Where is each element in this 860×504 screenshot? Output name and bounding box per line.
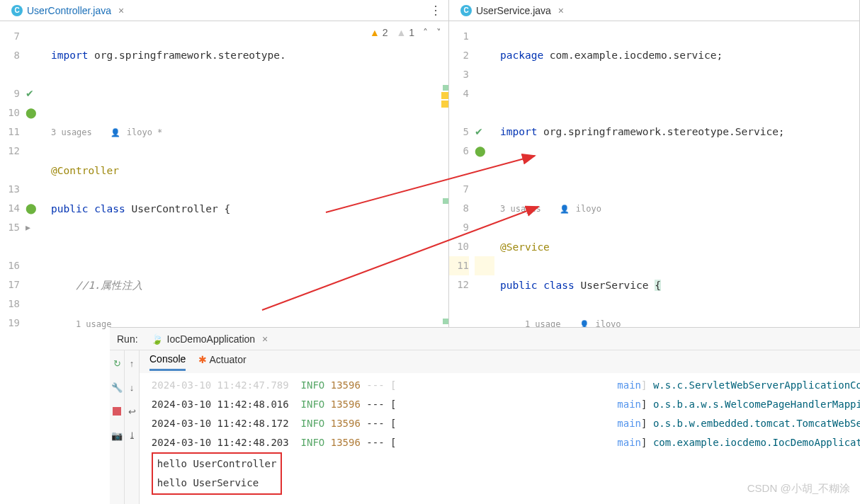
- console-tab[interactable]: Console: [149, 353, 186, 371]
- java-class-icon: C: [11, 5, 23, 16]
- spring-bean-icon[interactable]: ⬤: [475, 145, 486, 156]
- close-icon[interactable]: ×: [262, 333, 268, 345]
- scroll-end-icon[interactable]: ⤓: [125, 428, 139, 442]
- up-icon[interactable]: ↑: [125, 356, 139, 370]
- warning-icon[interactable]: ▲: [370, 27, 380, 38]
- run-panel: Run: 🍃 IocDemoApplication × ↻ 🔧 📷 ↑ ↓ ↩ …: [110, 327, 860, 504]
- inspection-bar: ▲ 2 ▲ 1 ˄ ˅: [370, 27, 441, 38]
- tab-userservice[interactable]: C UserService.java ×: [455, 2, 570, 19]
- actuator-icon: ✱: [198, 354, 207, 365]
- spring-boot-icon: 🍃: [151, 333, 163, 345]
- watermark: CSDN @小胡_不糊涂: [747, 482, 850, 496]
- down-icon[interactable]: ↓: [125, 380, 139, 394]
- line-gutter: 1234 56 789101112: [449, 21, 475, 329]
- spring-bean-icon[interactable]: ⬤: [26, 107, 37, 118]
- actuator-tab[interactable]: ✱ Actuator: [198, 354, 246, 370]
- run-gutter-icon[interactable]: ✔: [475, 126, 483, 137]
- tab-usercontroller[interactable]: C UserController.java ×: [6, 2, 130, 19]
- weak-warning-icon[interactable]: ▲: [396, 27, 406, 38]
- error-stripe[interactable]: [440, 21, 448, 329]
- run-label: Run:: [117, 333, 138, 345]
- left-tab-bar: C UserController.java × ⋯: [0, 0, 448, 21]
- run-config-tab[interactable]: 🍃 IocDemoApplication ×: [145, 331, 274, 348]
- run-toolbar-left: ↻ 🔧 📷: [110, 350, 125, 504]
- run-toolbar-nav: ↑ ↓ ↩ ⤓: [125, 350, 140, 504]
- tab-label: UserService.java: [476, 5, 551, 16]
- close-icon[interactable]: ×: [118, 5, 124, 16]
- soft-wrap-icon[interactable]: ↩: [125, 404, 139, 418]
- run-gutter-icon[interactable]: ✔: [26, 88, 34, 99]
- console-tabs: Console ✱ Actuator: [140, 350, 860, 373]
- right-tab-bar: C UserService.java ×: [449, 0, 859, 21]
- line-gutter: 78 9101112 131415 161718192021: [0, 21, 26, 329]
- stop-icon[interactable]: [110, 404, 124, 418]
- close-icon[interactable]: ×: [558, 5, 564, 16]
- left-code[interactable]: import org.springframework.stereotype. 3…: [45, 21, 440, 329]
- spring-bean-icon[interactable]: ⬤: [26, 202, 37, 214]
- prev-highlight-icon[interactable]: ˄: [423, 27, 428, 38]
- right-code[interactable]: package com.example.iocdemo.service; imp…: [494, 21, 851, 329]
- camera-icon[interactable]: 📷: [110, 428, 124, 442]
- java-class-icon: C: [460, 5, 472, 16]
- error-stripe[interactable]: [851, 21, 859, 329]
- gutter-icons: ✔ ⬤: [475, 21, 494, 329]
- tab-label: UserController.java: [27, 5, 111, 16]
- more-icon[interactable]: ⋯: [429, 4, 444, 17]
- gutter-icons: ✔ ⬤ ⬤ ▸: [26, 21, 45, 329]
- wrench-icon[interactable]: 🔧: [110, 380, 124, 394]
- rerun-icon[interactable]: ↻: [110, 356, 124, 370]
